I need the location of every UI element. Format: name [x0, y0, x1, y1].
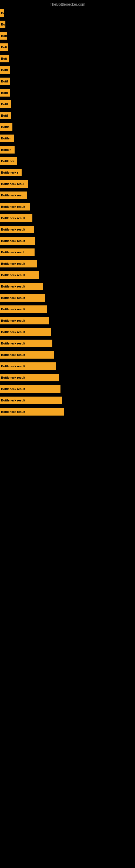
- bar-label-11: Bottlen: [1, 137, 11, 140]
- bar-26: Bottleneck result: [0, 305, 47, 313]
- bar-row: Bottleneck result: [0, 282, 135, 291]
- bar-row: Bottleneck result: [0, 407, 135, 416]
- bar-label-13: Bottlenec: [1, 159, 14, 163]
- bar-31: Bottleneck result: [0, 362, 56, 370]
- bar-15: Bottleneck resul: [0, 180, 28, 188]
- bar-label-0: Bo: [1, 11, 4, 14]
- bar-14: Bottleneck r: [0, 169, 21, 176]
- bar-label-5: Bottl: [1, 68, 8, 72]
- bar-row: Bottleneck result: [0, 202, 135, 212]
- bar-row: Bottleneck result: [0, 259, 135, 269]
- bar-row: Bottleneck r: [0, 167, 135, 177]
- bar-24: Bottleneck result: [0, 283, 43, 290]
- bar-label-34: Bottleneck result: [1, 399, 25, 402]
- bar-label-25: Bottleneck result: [1, 296, 25, 300]
- bar-0: Bo: [0, 9, 4, 17]
- bar-row: Bott: [0, 31, 135, 41]
- bar-label-33: Bottleneck result: [1, 388, 25, 391]
- bar-row: Bottleneck result: [0, 293, 135, 303]
- bar-label-19: Bottleneck result: [1, 228, 25, 231]
- bar-1: Bo: [0, 21, 5, 28]
- bar-row: Bottleneck result: [0, 225, 135, 235]
- bar-row: Bottleneck result: [0, 350, 135, 360]
- bar-2: Bott: [0, 32, 7, 40]
- bar-row: Bottlen: [0, 133, 135, 143]
- bar-20: Bottleneck result: [0, 237, 35, 245]
- bar-label-1: Bo: [1, 23, 5, 26]
- bar-label-27: Bottleneck result: [1, 319, 25, 322]
- bar-label-28: Bottleneck result: [1, 330, 25, 334]
- bar-label-22: Bottleneck result: [1, 262, 25, 265]
- bar-label-31: Bottleneck result: [1, 365, 25, 368]
- bar-8: Bottl: [0, 100, 11, 108]
- bar-row: Bottl: [0, 65, 135, 75]
- bar-label-29: Bottleneck result: [1, 342, 25, 345]
- bar-row: Bottle: [0, 122, 135, 132]
- bars-container: BoBoBottBottBottBottlBottlBottlBottlBott…: [0, 8, 135, 418]
- bar-label-20: Bottleneck result: [1, 239, 25, 243]
- bar-28: Bottleneck result: [0, 328, 51, 336]
- bar-6: Bottl: [0, 78, 10, 85]
- bar-row: Bottl: [0, 76, 135, 86]
- bar-17: Bottleneck result: [0, 203, 30, 211]
- bar-row: Bottlenec: [0, 156, 135, 166]
- bar-11: Bottlen: [0, 134, 14, 142]
- bar-label-16: Bottleneck resu: [1, 194, 24, 197]
- bar-label-9: Bottl: [1, 114, 8, 117]
- bar-row: Bottleneck result: [0, 373, 135, 382]
- bar-label-21: Bottleneck resul: [1, 251, 24, 254]
- bar-row: Bottleneck result: [0, 327, 135, 337]
- bar-row: Bott: [0, 42, 135, 52]
- bar-label-32: Bottleneck result: [1, 376, 25, 379]
- bar-25: Bottleneck result: [0, 294, 45, 302]
- bar-row: Bottleneck result: [0, 270, 135, 280]
- bar-row: Bottleneck result: [0, 213, 135, 223]
- bar-row: Bottlen: [0, 145, 135, 155]
- bar-4: Bott: [0, 55, 9, 62]
- bar-label-14: Bottleneck r: [1, 171, 18, 174]
- bar-label-7: Bottl: [1, 91, 8, 94]
- bar-row: Bottleneck result: [0, 304, 135, 314]
- bar-row: Bottleneck result: [0, 316, 135, 326]
- bar-29: Bottleneck result: [0, 340, 52, 347]
- bar-row: Bo: [0, 8, 135, 18]
- bar-7: Bottl: [0, 89, 10, 97]
- bar-label-23: Bottleneck result: [1, 273, 25, 277]
- bar-35: Bottleneck result: [0, 408, 64, 415]
- bar-row: Bottleneck resul: [0, 179, 135, 189]
- bar-label-18: Bottleneck result: [1, 216, 25, 220]
- bar-5: Bottl: [0, 66, 10, 74]
- bar-33: Bottleneck result: [0, 385, 60, 393]
- bar-row: Bottleneck result: [0, 339, 135, 348]
- bar-30: Bottleneck result: [0, 351, 54, 359]
- bar-row: Bo: [0, 20, 135, 29]
- bar-row: Bottleneck result: [0, 396, 135, 405]
- bar-22: Bottleneck result: [0, 260, 37, 268]
- bar-row: Bott: [0, 54, 135, 63]
- bar-label-24: Bottleneck result: [1, 285, 25, 288]
- site-title: TheBottlenecker.com: [0, 0, 135, 9]
- bar-10: Bottle: [0, 123, 12, 131]
- bar-label-26: Bottleneck result: [1, 308, 25, 311]
- bar-label-35: Bottleneck result: [1, 410, 25, 413]
- bar-16: Bottleneck resu: [0, 191, 27, 199]
- bar-label-15: Bottleneck resul: [1, 182, 24, 186]
- bar-27: Bottleneck result: [0, 317, 49, 324]
- bar-row: Bottleneck result: [0, 384, 135, 394]
- bar-label-6: Bottl: [1, 80, 8, 83]
- bar-label-10: Bottle: [1, 125, 9, 129]
- bar-row: Bottleneck result: [0, 361, 135, 371]
- bar-12: Bottlen: [0, 146, 14, 154]
- bar-label-4: Bott: [1, 57, 7, 60]
- bar-label-3: Bott: [1, 45, 7, 49]
- bar-row: Bottl: [0, 88, 135, 98]
- bar-13: Bottlenec: [0, 157, 17, 165]
- bar-19: Bottleneck result: [0, 226, 34, 233]
- bar-18: Bottleneck result: [0, 214, 32, 222]
- bar-3: Bott: [0, 43, 8, 51]
- bar-23: Bottleneck result: [0, 271, 39, 279]
- bar-label-2: Bott: [1, 34, 7, 37]
- bar-34: Bottleneck result: [0, 397, 62, 404]
- bar-label-17: Bottleneck result: [1, 205, 25, 208]
- bar-21: Bottleneck resul: [0, 248, 35, 256]
